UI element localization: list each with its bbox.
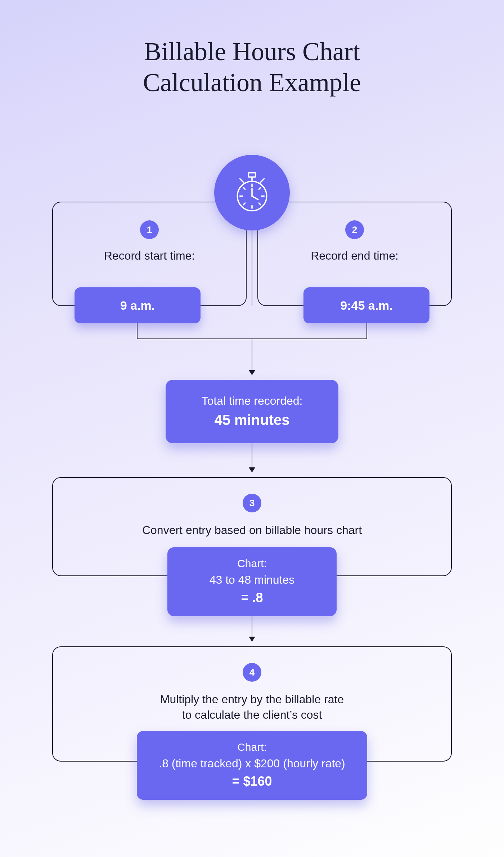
step-3-chip-line: 43 to 48 minutes xyxy=(175,573,329,587)
title-line-1: Billable Hours Chart xyxy=(144,37,360,66)
title-line-2: Calculation Example xyxy=(143,68,361,97)
svg-line-10 xyxy=(259,188,261,189)
step-1-card: 1 Record start time: 9 a.m. xyxy=(52,202,247,306)
step-1-badge: 1 xyxy=(140,220,159,239)
step-4-number: 4 xyxy=(249,667,255,678)
step-4-text-line-1: Multiply the entry by the billable rate xyxy=(160,693,344,706)
step-3-text: Convert entry based on billable hours ch… xyxy=(121,522,383,538)
svg-line-14 xyxy=(252,196,258,200)
step-4-badge: 4 xyxy=(243,663,261,682)
svg-line-3 xyxy=(261,179,264,183)
step-2-number: 2 xyxy=(352,224,357,235)
connector-line xyxy=(252,338,252,374)
step-1-value-chip: 9 a.m. xyxy=(75,287,201,323)
step-2-card: 2 Record end time: 9:45 a.m. xyxy=(257,202,452,306)
step-1-label: Record start time: xyxy=(104,249,195,263)
arrow-down-icon xyxy=(249,370,255,375)
step-2-value: 9:45 a.m. xyxy=(340,299,393,313)
stopwatch-icon xyxy=(214,155,290,230)
step-4-text: Multiply the entry by the billable rate … xyxy=(139,692,365,723)
step-1-value: 9 a.m. xyxy=(120,299,155,313)
total-time-box: Total time recorded: 45 minutes xyxy=(166,380,338,443)
step-3-chart-chip: Chart: 43 to 48 minutes = .8 xyxy=(167,547,337,616)
step-3-number: 3 xyxy=(249,498,255,509)
step-2-label: Record end time: xyxy=(311,249,399,263)
step-4-text-line-2: to calculate the client’s cost xyxy=(182,708,322,721)
svg-line-12 xyxy=(259,203,261,205)
svg-line-2 xyxy=(240,179,243,183)
step-2-value-chip: 9:45 a.m. xyxy=(303,287,429,323)
step-3-chip-label: Chart: xyxy=(175,557,329,570)
arrow-down-icon xyxy=(249,467,255,472)
step-2-badge: 2 xyxy=(345,220,364,239)
step-3-badge: 3 xyxy=(243,494,261,512)
step-4-chart-chip: Chart: .8 (time tracked) x $200 (hourly … xyxy=(137,731,367,800)
total-label: Total time recorded: xyxy=(176,394,328,408)
svg-line-11 xyxy=(243,203,245,205)
svg-line-9 xyxy=(243,188,245,189)
step-3-chip-result: = .8 xyxy=(175,590,329,605)
step-4-chip-label: Chart: xyxy=(144,741,360,753)
step-4-chip-line: .8 (time tracked) x $200 (hourly rate) xyxy=(144,757,360,770)
arrow-down-icon xyxy=(249,637,255,642)
page-title: Billable Hours Chart Calculation Example xyxy=(0,36,504,98)
step-4-chip-result: = $160 xyxy=(144,774,360,789)
step-1-number: 1 xyxy=(147,224,152,235)
total-value: 45 minutes xyxy=(176,412,328,428)
